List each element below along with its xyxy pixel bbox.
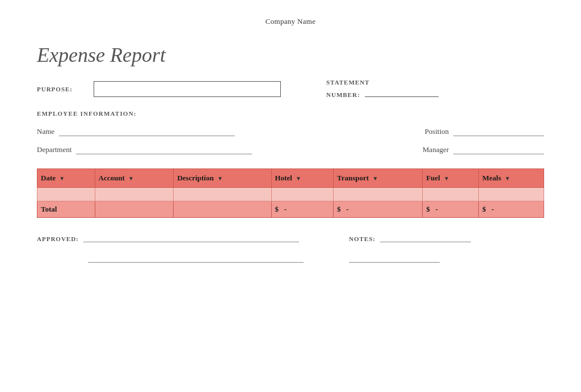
table-data-row bbox=[37, 187, 544, 201]
name-group: Name bbox=[37, 126, 235, 136]
notes-label: NOTES: bbox=[349, 235, 376, 242]
expense-table-wrapper: Date ▼ Account ▼ Description ▼ Hotel ▼ T… bbox=[0, 168, 581, 218]
data-meals[interactable] bbox=[479, 187, 544, 201]
manager-field[interactable] bbox=[453, 144, 544, 154]
transport-dropdown-icon[interactable]: ▼ bbox=[372, 175, 378, 182]
col-transport[interactable]: Transport ▼ bbox=[334, 168, 423, 187]
page: Company Name Expense Report PURPOSE: STA… bbox=[0, 0, 581, 392]
col-date[interactable]: Date ▼ bbox=[37, 168, 95, 187]
name-position-row: Name Position bbox=[37, 126, 544, 136]
approved-field[interactable] bbox=[83, 232, 299, 242]
col-fuel[interactable]: Fuel ▼ bbox=[423, 168, 479, 187]
total-fuel: $ - bbox=[423, 201, 479, 217]
approval-group: APPROVED: bbox=[37, 232, 304, 263]
total-hotel: $ - bbox=[271, 201, 334, 217]
data-account[interactable] bbox=[95, 187, 174, 201]
statement-number-field[interactable] bbox=[365, 87, 439, 97]
col-hotel[interactable]: Hotel ▼ bbox=[271, 168, 334, 187]
employee-section-label: EMPLOYEE INFORMATION: bbox=[37, 110, 544, 117]
company-name: Company Name bbox=[0, 0, 581, 26]
data-date[interactable] bbox=[37, 187, 95, 201]
department-label: Department bbox=[37, 145, 71, 154]
fuel-dropdown-icon[interactable]: ▼ bbox=[444, 175, 449, 182]
department-field[interactable] bbox=[76, 144, 252, 154]
name-label: Name bbox=[37, 127, 54, 136]
department-group: Department bbox=[37, 144, 252, 154]
form-section: PURPOSE: STATEMENT NUMBER: EMPLOYEE INFO… bbox=[0, 78, 581, 154]
approved-label: APPROVED: bbox=[37, 235, 79, 242]
statement-label-line2: NUMBER: bbox=[326, 87, 439, 99]
notes-row-2 bbox=[349, 252, 471, 263]
position-field[interactable] bbox=[453, 126, 544, 136]
position-group: Position bbox=[424, 126, 544, 136]
notes-group: NOTES: bbox=[349, 232, 471, 263]
col-account[interactable]: Account ▼ bbox=[95, 168, 174, 187]
notes-field[interactable] bbox=[380, 232, 471, 242]
purpose-label: PURPOSE: bbox=[37, 86, 88, 92]
approved-row-2 bbox=[37, 252, 304, 263]
notes-field-2[interactable] bbox=[349, 252, 440, 263]
col-description[interactable]: Description ▼ bbox=[174, 168, 271, 187]
position-label: Position bbox=[424, 127, 449, 136]
name-field[interactable] bbox=[59, 126, 235, 136]
total-description bbox=[174, 201, 271, 217]
approved-row: APPROVED: bbox=[37, 232, 304, 242]
total-meals: $ - bbox=[479, 201, 544, 217]
notes-row: NOTES: bbox=[349, 232, 471, 242]
transport-dollar: $ - bbox=[337, 205, 349, 213]
col-meals[interactable]: Meals ▼ bbox=[479, 168, 544, 187]
data-fuel[interactable] bbox=[423, 187, 479, 201]
approval-section: APPROVED: NOTES: bbox=[0, 232, 581, 263]
fuel-dollar: $ - bbox=[426, 205, 438, 213]
table-header-row: Date ▼ Account ▼ Description ▼ Hotel ▼ T… bbox=[37, 168, 544, 187]
meals-dollar: $ - bbox=[482, 205, 494, 213]
date-dropdown-icon[interactable]: ▼ bbox=[59, 175, 65, 182]
data-description[interactable] bbox=[174, 187, 271, 201]
statement-group: STATEMENT NUMBER: bbox=[326, 78, 439, 100]
total-account bbox=[95, 201, 174, 217]
total-label: Total bbox=[37, 201, 95, 217]
hotel-dropdown-icon[interactable]: ▼ bbox=[296, 175, 301, 182]
meals-dropdown-icon[interactable]: ▼ bbox=[505, 175, 511, 182]
hotel-dollar: $ - bbox=[275, 205, 287, 213]
data-transport[interactable] bbox=[334, 187, 423, 201]
total-row: Total $ - $ - $ - $ - bbox=[37, 201, 544, 217]
description-dropdown-icon[interactable]: ▼ bbox=[217, 175, 223, 182]
purpose-row: PURPOSE: STATEMENT NUMBER: bbox=[37, 78, 544, 100]
data-hotel[interactable] bbox=[271, 187, 334, 201]
approved-field-2[interactable] bbox=[88, 252, 304, 263]
purpose-input[interactable] bbox=[94, 81, 281, 97]
total-transport: $ - bbox=[334, 201, 423, 217]
report-title: Expense Report bbox=[0, 26, 581, 78]
department-manager-row: Department Manager bbox=[37, 144, 544, 154]
manager-group: Manager bbox=[423, 144, 544, 154]
manager-label: Manager bbox=[423, 145, 449, 154]
expense-table: Date ▼ Account ▼ Description ▼ Hotel ▼ T… bbox=[37, 168, 544, 218]
account-dropdown-icon[interactable]: ▼ bbox=[128, 175, 134, 182]
statement-label-line1: STATEMENT bbox=[326, 78, 369, 87]
employee-fields: EMPLOYEE INFORMATION: Name Position Depa… bbox=[37, 110, 544, 154]
